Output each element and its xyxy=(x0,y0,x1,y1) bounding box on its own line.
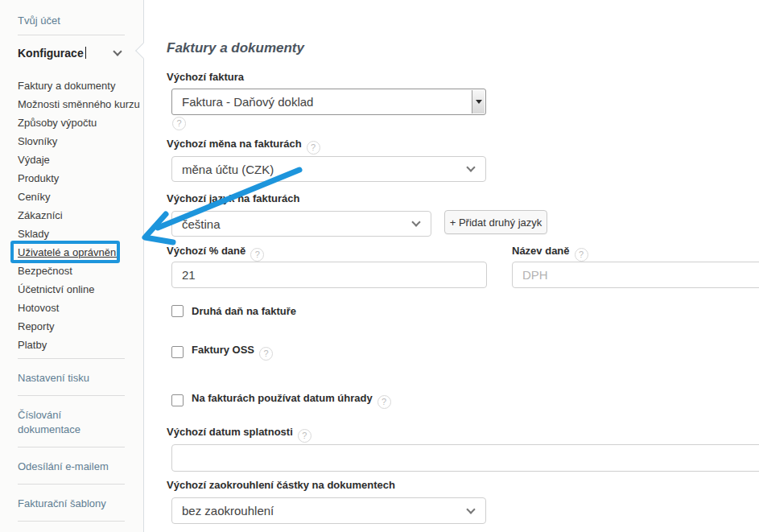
sidebar-item-faktury-a-dokumenty[interactable]: Faktury a dokumenty xyxy=(18,76,143,95)
divider xyxy=(18,521,125,522)
sidebar-item-fakturacni-sablony[interactable]: Fakturační šablony xyxy=(18,497,118,511)
default-tax-label: Výchozí % daně? xyxy=(167,245,264,262)
sidebar-item-vydaje[interactable]: Výdaje xyxy=(18,151,143,169)
select-dropdown-button[interactable] xyxy=(472,90,485,113)
sidebar-item-cislovani-dokumentace[interactable]: Číslování dokumentace xyxy=(18,408,118,437)
divider xyxy=(18,484,125,485)
sidebar-item-produkty[interactable]: Produkty xyxy=(18,169,143,188)
sidebar-item-ceniky[interactable]: Ceníky xyxy=(18,188,143,206)
text-caret xyxy=(85,47,86,59)
sidebar-item-your-account[interactable]: Tvůj účet xyxy=(18,14,143,27)
sidebar-item-platby[interactable]: Platby xyxy=(18,336,143,354)
oss-checkbox-label: Faktury OSS? xyxy=(192,344,273,361)
divider xyxy=(18,35,125,35)
add-second-language-button[interactable]: + Přidat druhý jazyk xyxy=(444,210,547,234)
sidebar: Tvůj účet Konfigurace Faktury a dokument… xyxy=(0,0,144,532)
oss-checkbox[interactable] xyxy=(171,346,184,358)
sidebar-group-konfigurace[interactable]: Konfigurace xyxy=(18,46,121,60)
sidebar-item-zpusoby-vypoctu[interactable]: Způsoby výpočtu xyxy=(18,113,143,132)
default-currency-value: měna účtu (CZK) xyxy=(182,163,274,176)
sidebar-item-bezpecnost[interactable]: Bezpečnost xyxy=(18,262,143,280)
second-tax-checkbox[interactable] xyxy=(171,305,184,317)
sidebar-item-nastaveni-tisku[interactable]: Nastavení tisku xyxy=(18,371,118,386)
tax-name-input[interactable] xyxy=(512,262,759,288)
default-invoice-value: Faktura - Daňový doklad xyxy=(182,95,313,109)
help-icon[interactable]: ? xyxy=(259,347,273,361)
second-tax-checkbox-label: Druhá daň na faktuře xyxy=(192,305,296,317)
sidebar-group-label: Konfigurace xyxy=(18,47,84,60)
due-date-label: Výchozí datum splatnosti? xyxy=(167,426,311,443)
rounding-value: bez zaokrouhlení xyxy=(182,504,274,518)
oss-checkbox-row: Faktury OSS? xyxy=(171,345,273,359)
rounding-label: Výchozí zaokrouhlení částky na dokumente… xyxy=(167,479,395,492)
help-icon[interactable]: ? xyxy=(377,395,391,409)
default-currency-select[interactable]: měna účtu (CZK) xyxy=(171,156,486,182)
sidebar-item-ucetnictvi-online[interactable]: Účetnictví online xyxy=(18,280,143,299)
chevron-down-icon xyxy=(466,163,475,171)
sidebar-item-sklady[interactable]: Sklady xyxy=(18,225,143,243)
default-language-value: čeština xyxy=(182,217,221,231)
tax-name-label: Název daně? xyxy=(512,245,588,262)
payment-date-checkbox-row: Na fakturách používat datum úhrady? xyxy=(171,394,391,407)
second-tax-checkbox-row: Druhá daň na faktuře xyxy=(171,304,296,318)
help-icon[interactable]: ? xyxy=(307,141,320,155)
sidebar-item-uzivatele-a-opravneni[interactable]: Uživatelé a oprávnění xyxy=(18,243,143,262)
config-nav: Faktury a dokumenty Možnosti směnného ku… xyxy=(18,76,143,354)
default-currency-label: Výchozí měna na fakturách? xyxy=(167,138,320,155)
divider xyxy=(18,395,125,396)
sidebar-item-odesilani-emailem[interactable]: Odesílání e-mailem xyxy=(18,460,118,474)
sidebar-item-zakaznici[interactable]: Zákazníci xyxy=(18,206,143,225)
chevron-down-icon xyxy=(113,47,122,56)
default-tax-input[interactable] xyxy=(171,262,487,288)
main-content: Faktury a dokumenty Výchozí faktura Fakt… xyxy=(144,0,759,532)
divider xyxy=(18,358,125,359)
help-icon[interactable]: ? xyxy=(298,429,311,443)
due-date-input[interactable] xyxy=(171,444,759,472)
sidebar-item-reporty[interactable]: Reporty xyxy=(18,317,143,336)
page-title: Faktury a dokumenty xyxy=(167,40,304,56)
sidebar-item-moznosti-smenneho-kurzu[interactable]: Možnosti směnného kurzu xyxy=(18,95,143,113)
rounding-select[interactable]: bez zaokrouhlení xyxy=(171,497,486,524)
chevron-down-icon xyxy=(411,217,420,226)
chevron-down-icon xyxy=(466,505,475,513)
payment-date-checkbox[interactable] xyxy=(171,394,184,406)
default-invoice-label: Výchozí faktura xyxy=(167,71,244,84)
help-icon[interactable]: ? xyxy=(172,117,186,130)
sidebar-item-hotovost[interactable]: Hotovost xyxy=(18,299,143,317)
divider xyxy=(18,447,125,447)
default-language-label: Výchozí jazyk na fakturách xyxy=(167,192,299,205)
default-language-select[interactable]: čeština xyxy=(171,211,431,237)
sidebar-item-slovniky[interactable]: Slovníky xyxy=(18,132,143,151)
payment-date-checkbox-label: Na fakturách používat datum úhrady? xyxy=(192,392,391,409)
help-icon[interactable]: ? xyxy=(575,248,588,262)
help-icon[interactable]: ? xyxy=(250,248,264,262)
default-invoice-select[interactable]: Faktura - Daňový doklad xyxy=(171,89,486,115)
